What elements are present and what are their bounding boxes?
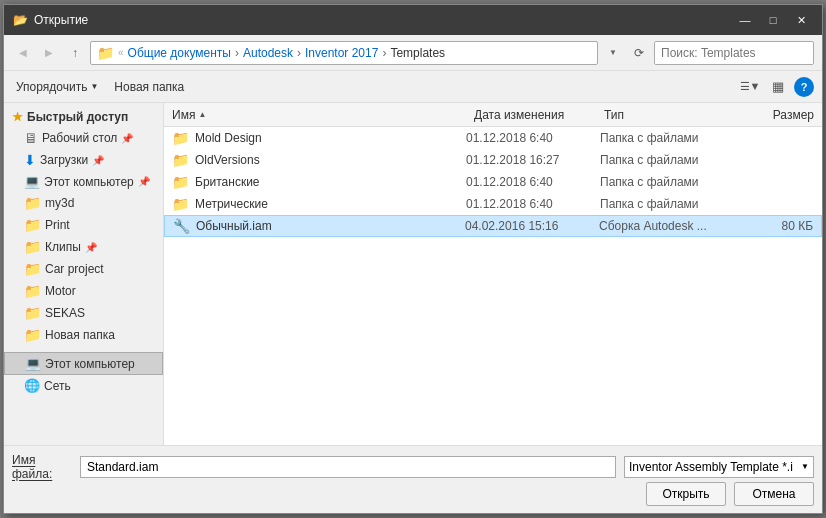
minimize-button[interactable]: — <box>732 10 758 30</box>
table-row[interactable]: 📁 Британские 01.12.2018 6:40 Папка с фай… <box>164 171 822 193</box>
file-date: 04.02.2016 15:16 <box>465 219 595 233</box>
file-date: 01.12.2018 16:27 <box>466 153 596 167</box>
folder-icon: 📁 <box>172 130 189 146</box>
help-button[interactable]: ? <box>794 77 814 97</box>
network-icon: 🌐 <box>24 378 40 393</box>
title-bar-left: 📂 Открытие <box>12 12 88 28</box>
refresh-button[interactable]: ⟳ <box>628 42 650 64</box>
sidebar-item-sekas[interactable]: 📁 SEKAS <box>4 302 163 324</box>
sidebar-item-network[interactable]: 🌐 Сеть <box>4 375 163 396</box>
sidebar-item-my3d[interactable]: 📁 my3d <box>4 192 163 214</box>
organize-label: Упорядочить <box>16 80 87 94</box>
new-folder-label: Новая папка <box>114 80 184 94</box>
sidebar-label-downloads: Загрузки <box>40 153 88 167</box>
search-box[interactable]: 🔍 <box>654 41 814 65</box>
filetype-arrow: ▼ <box>801 462 809 471</box>
sidebar-label-motor: Motor <box>45 284 76 298</box>
sidebar-label-clips: Клипы <box>45 240 81 254</box>
desktop-icon: 🖥 <box>24 130 38 146</box>
bottom-bar: Имя файла: Inventor Assembly Template *.… <box>4 445 822 513</box>
close-button[interactable]: ✕ <box>788 10 814 30</box>
sidebar-label-network: Сеть <box>44 379 71 393</box>
sidebar-label-print: Print <box>45 218 70 232</box>
sidebar-label-car: Car project <box>45 262 104 276</box>
sidebar-item-thispc-quick[interactable]: 💻 Этот компьютер 📌 <box>4 171 163 192</box>
file-list: 📁 Mold Design 01.12.2018 6:40 Папка с фа… <box>164 127 822 445</box>
buttons-row: Открыть Отмена <box>12 482 814 506</box>
file-name: Обычный.iam <box>196 219 461 233</box>
sidebar-item-newfolder[interactable]: 📁 Новая папка <box>4 324 163 346</box>
filename-input[interactable] <box>80 456 616 478</box>
clips-icon: 📁 <box>24 239 41 255</box>
sidebar-item-clips[interactable]: 📁 Клипы 📌 <box>4 236 163 258</box>
sort-arrow-name: ▲ <box>198 110 206 119</box>
preview-button[interactable]: ▦ <box>766 75 790 99</box>
sidebar-item-desktop[interactable]: 🖥 Рабочий стол 📌 <box>4 127 163 149</box>
table-row[interactable]: 📁 OldVersions 01.12.2018 16:27 Папка с ф… <box>164 149 822 171</box>
file-date: 01.12.2018 6:40 <box>466 131 596 145</box>
folder-icon: 📁 <box>172 196 189 212</box>
sidebar-item-thispc[interactable]: 💻 Этот компьютер <box>4 352 163 375</box>
sidebar-label-thispc: Этот компьютер <box>45 357 135 371</box>
title-buttons: — □ ✕ <box>732 10 814 30</box>
file-name: Британские <box>195 175 462 189</box>
sidebar-item-downloads[interactable]: ⬇ Загрузки 📌 <box>4 149 163 171</box>
back-button[interactable]: ◀ <box>12 42 34 64</box>
sidebar-item-motor[interactable]: 📁 Motor <box>4 280 163 302</box>
breadcrumb-dropdown[interactable]: ▼ <box>602 42 624 64</box>
dialog-icon: 📂 <box>12 12 28 28</box>
search-input[interactable] <box>655 42 814 64</box>
filetype-select[interactable]: Inventor Assembly Template *.i ▼ <box>624 456 814 478</box>
main-content: Имя ▲ Дата изменения Тип Размер 📁 Mold D… <box>164 103 822 445</box>
details-view-button[interactable]: ☰▼ <box>738 75 762 99</box>
folder-icon: 📁 <box>172 152 189 168</box>
breadcrumb-autodesk[interactable]: Autodesk <box>243 46 293 60</box>
col-header-name[interactable]: Имя ▲ <box>172 108 474 122</box>
folder-icon: 📁 <box>172 174 189 190</box>
content-area: ★ Быстрый доступ 🖥 Рабочий стол 📌 ⬇ Загр… <box>4 103 822 445</box>
pin-icon-thispc: 📌 <box>138 176 150 187</box>
iam-file-icon: 🔧 <box>173 218 190 234</box>
sidebar-label-my3d: my3d <box>45 196 74 210</box>
up-button[interactable]: ↑ <box>64 42 86 64</box>
quick-access-header[interactable]: ★ Быстрый доступ <box>4 107 163 127</box>
file-size: 80 КБ <box>733 219 813 233</box>
organize-arrow: ▼ <box>90 82 98 91</box>
open-button[interactable]: Открыть <box>646 482 726 506</box>
sidebar-item-print[interactable]: 📁 Print <box>4 214 163 236</box>
cancel-button[interactable]: Отмена <box>734 482 814 506</box>
forward-button[interactable]: ▶ <box>38 42 60 64</box>
table-row[interactable]: 📁 Mold Design 01.12.2018 6:40 Папка с фа… <box>164 127 822 149</box>
col-header-size[interactable]: Размер <box>734 108 814 122</box>
new-folder-button[interactable]: Новая папка <box>110 78 188 96</box>
sidebar-label-newfolder: Новая папка <box>45 328 115 342</box>
sidebar-label-thispc-quick: Этот компьютер <box>44 175 134 189</box>
col-header-date[interactable]: Дата изменения <box>474 108 604 122</box>
quick-access-section: ★ Быстрый доступ 🖥 Рабочий стол 📌 ⬇ Загр… <box>4 107 163 346</box>
breadcrumb-inventor[interactable]: Inventor 2017 <box>305 46 378 60</box>
thispc-icon: 💻 <box>25 356 41 371</box>
sidebar-label-sekas: SEKAS <box>45 306 85 320</box>
star-icon: ★ <box>12 110 23 124</box>
breadcrumb-general[interactable]: Общие документы <box>128 46 231 60</box>
filename-row: Имя файла: Inventor Assembly Template *.… <box>12 453 814 481</box>
sekas-icon: 📁 <box>24 305 41 321</box>
breadcrumb-folder-icon: 📁 <box>97 45 114 61</box>
pin-icon-downloads: 📌 <box>92 155 104 166</box>
title-bar: 📂 Открытие — □ ✕ <box>4 5 822 35</box>
maximize-button[interactable]: □ <box>760 10 786 30</box>
file-type: Сборка Autodesk ... <box>599 219 729 233</box>
pin-icon-desktop: 📌 <box>121 133 133 144</box>
file-type: Папка с файлами <box>600 175 730 189</box>
breadcrumb-bar: 📁 « Общие документы › Autodesk › Invento… <box>90 41 598 65</box>
col-header-type[interactable]: Тип <box>604 108 734 122</box>
file-type: Папка с файлами <box>600 197 730 211</box>
file-date: 01.12.2018 6:40 <box>466 175 596 189</box>
organize-button[interactable]: Упорядочить ▼ <box>12 78 102 96</box>
file-list-header: Имя ▲ Дата изменения Тип Размер <box>164 103 822 127</box>
file-name: Mold Design <box>195 131 462 145</box>
table-row[interactable]: 🔧 Обычный.iam 04.02.2016 15:16 Сборка Au… <box>164 215 822 237</box>
table-row[interactable]: 📁 Метрические 01.12.2018 6:40 Папка с фа… <box>164 193 822 215</box>
sidebar-item-car[interactable]: 📁 Car project <box>4 258 163 280</box>
filename-label: Имя файла: <box>12 453 72 481</box>
